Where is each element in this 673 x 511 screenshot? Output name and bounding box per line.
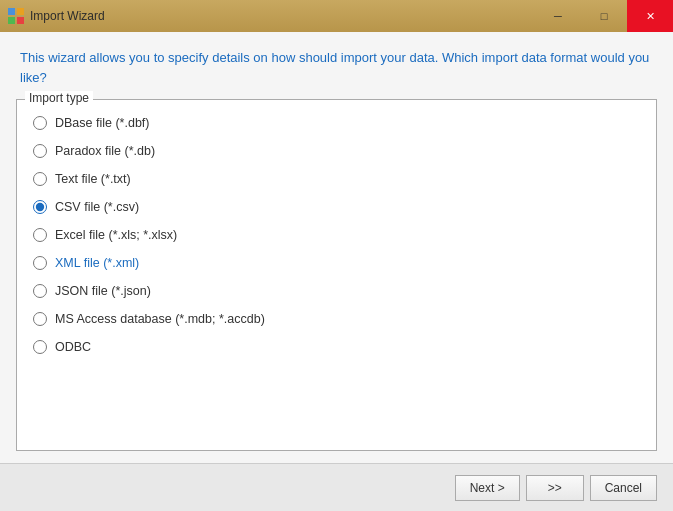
intro-text: This wizard allows you to specify detail… <box>0 32 673 99</box>
radio-msaccess[interactable] <box>33 312 47 326</box>
cancel-button[interactable]: Cancel <box>590 475 657 501</box>
maximize-button[interactable]: □ <box>581 0 627 32</box>
svg-rect-1 <box>17 8 24 15</box>
next-button[interactable]: Next > <box>455 475 520 501</box>
radio-item-text[interactable]: Text file (*.txt) <box>33 172 640 186</box>
close-button[interactable]: ✕ <box>627 0 673 32</box>
radio-item-excel[interactable]: Excel file (*.xls; *.xlsx) <box>33 228 640 242</box>
radio-text[interactable] <box>33 172 47 186</box>
radio-label-dbase: DBase file (*.dbf) <box>55 116 149 130</box>
window-body: This wizard allows you to specify detail… <box>0 32 673 511</box>
minimize-button[interactable]: ─ <box>535 0 581 32</box>
radio-item-msaccess[interactable]: MS Access database (*.mdb; *.accdb) <box>33 312 640 326</box>
app-icon <box>8 8 24 24</box>
radio-label-odbc: ODBC <box>55 340 91 354</box>
radio-list: DBase file (*.dbf)Paradox file (*.db)Tex… <box>33 116 640 354</box>
window-title: Import Wizard <box>30 9 105 23</box>
radio-paradox[interactable] <box>33 144 47 158</box>
radio-label-paradox: Paradox file (*.db) <box>55 144 155 158</box>
radio-item-csv[interactable]: CSV file (*.csv) <box>33 200 640 214</box>
radio-label-csv: CSV file (*.csv) <box>55 200 139 214</box>
import-type-group: Import type DBase file (*.dbf)Paradox fi… <box>16 99 657 451</box>
footer: Next > >> Cancel <box>0 463 673 511</box>
radio-item-paradox[interactable]: Paradox file (*.db) <box>33 144 640 158</box>
radio-label-msaccess: MS Access database (*.mdb; *.accdb) <box>55 312 265 326</box>
title-bar: Import Wizard ─ □ ✕ <box>0 0 673 32</box>
radio-excel[interactable] <box>33 228 47 242</box>
svg-rect-0 <box>8 8 15 15</box>
title-bar-left: Import Wizard <box>8 8 105 24</box>
radio-label-json: JSON file (*.json) <box>55 284 151 298</box>
svg-rect-2 <box>8 17 15 24</box>
radio-label-xml: XML file (*.xml) <box>55 256 139 270</box>
radio-label-text: Text file (*.txt) <box>55 172 131 186</box>
skip-button[interactable]: >> <box>526 475 584 501</box>
title-bar-controls: ─ □ ✕ <box>535 0 673 32</box>
radio-item-xml[interactable]: XML file (*.xml) <box>33 256 640 270</box>
fieldset-legend: Import type <box>25 91 93 105</box>
radio-odbc[interactable] <box>33 340 47 354</box>
radio-label-excel: Excel file (*.xls; *.xlsx) <box>55 228 177 242</box>
radio-dbase[interactable] <box>33 116 47 130</box>
radio-xml[interactable] <box>33 256 47 270</box>
radio-item-json[interactable]: JSON file (*.json) <box>33 284 640 298</box>
radio-csv[interactable] <box>33 200 47 214</box>
radio-item-odbc[interactable]: ODBC <box>33 340 640 354</box>
svg-rect-3 <box>17 17 24 24</box>
radio-item-dbase[interactable]: DBase file (*.dbf) <box>33 116 640 130</box>
radio-json[interactable] <box>33 284 47 298</box>
